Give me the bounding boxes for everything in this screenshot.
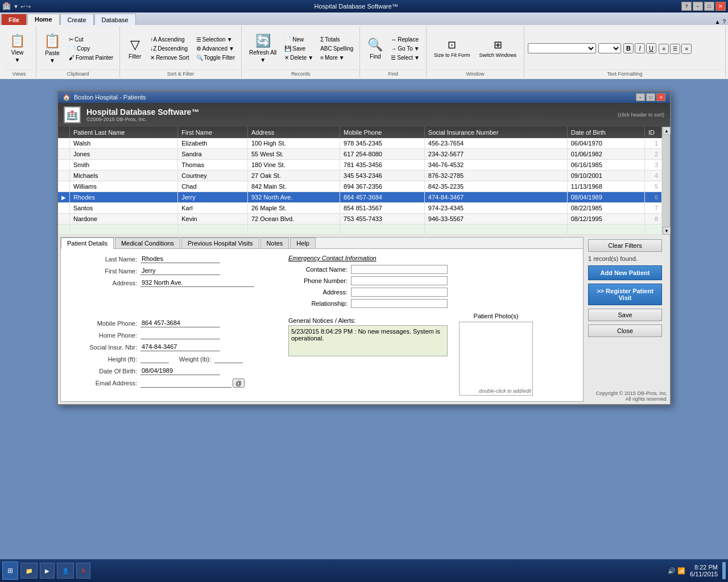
refresh-button[interactable]: 🔄 Refresh All ▼ [245,29,280,68]
paste-button[interactable]: 📋 Paste ▼ [40,29,65,68]
copy-button[interactable]: 📄 Copy [66,44,116,53]
tab-medical-conditions[interactable]: Medical Conditions [115,238,180,248]
spelling-button[interactable]: ABC Spelling [317,44,356,53]
tab-file[interactable]: File [1,14,27,25]
table-row[interactable]: Jones Sandra 55 West St. 617 254-8080 23… [58,149,662,160]
font-size-select[interactable] [598,43,621,53]
db-minimize-btn[interactable]: − [636,93,645,101]
table-row[interactable]: Williams Chad 842 Main St. 894 367-2356 … [58,181,662,192]
ribbon-expand[interactable]: ▲ [715,19,721,25]
close-form-button[interactable]: Close [588,325,662,337]
cut-button[interactable]: ✂ Cut [66,35,116,44]
taskbar-explorer[interactable]: 📁 [20,563,38,579]
contact-name-input[interactable] [351,265,448,274]
tab-database[interactable]: Database [94,14,136,25]
contact-address-input[interactable] [351,288,448,297]
close-btn[interactable]: ✕ [715,2,726,11]
table-row[interactable]: Nardone Kevin 72 Ocean Blvd. 753 455-743… [58,214,662,225]
last-name-row: Last Name: [67,255,277,263]
table-scrollbar[interactable]: ▲ ▼ [662,127,670,235]
underline-button[interactable]: U [646,43,656,53]
tab-home[interactable]: Home [27,14,60,25]
db-close-btn[interactable]: ✕ [656,93,665,101]
maximize-btn[interactable]: □ [704,2,714,11]
dob-input[interactable] [140,367,220,375]
email-at-button[interactable]: @ [233,379,245,388]
contact-phone-input[interactable] [351,276,448,285]
col-last-name[interactable]: Patient Last Name [70,127,178,138]
selection-button[interactable]: ☰ Selection ▼ [193,35,238,44]
contact-relationship-input[interactable] [351,299,448,308]
ribbon-help[interactable]: ? [722,19,726,25]
tab-help[interactable]: Help [290,238,316,248]
tab-patient-details[interactable]: Patient Details [61,238,114,249]
tab-create[interactable]: Create [60,14,94,25]
add-patient-button[interactable]: Add New Patient [588,265,662,280]
help-btn[interactable]: ? [681,2,692,11]
clear-filters-button[interactable]: Clear Filters [588,239,662,252]
remove-sort-button[interactable]: ✕ Remove Sort [147,53,192,62]
find-button[interactable]: 🔍 Find [363,29,387,68]
photo-area[interactable]: double-click to add/edit [459,322,533,396]
table-row[interactable]: Walsh Elizabeth 100 High St. 978 345-234… [58,138,662,149]
totals-button[interactable]: Σ Totals [317,35,356,44]
italic-button[interactable]: I [635,43,645,53]
scroll-down-btn[interactable]: ▼ [663,227,671,235]
table-row[interactable]: Santos Karl 26 Maple St. 854 851-3567 97… [58,203,662,214]
start-button[interactable]: ⊞ [2,562,18,580]
sin-input[interactable] [140,343,220,351]
switch-windows-button[interactable]: ⊞ Switch Windows [475,29,521,68]
col-first-name[interactable]: First Name [178,127,248,138]
new-record-button[interactable]: 📄 New [282,35,316,44]
table-row[interactable]: ▶ Rhodes Jerry 932 North Ave. 864 457-36… [58,192,662,203]
goto-button[interactable]: → Go To ▼ [388,44,423,53]
align-center-button[interactable]: ☰ [670,44,680,54]
height-input[interactable] [140,355,169,363]
filter-button[interactable]: ▽ Filter [123,29,146,68]
tab-previous-visits[interactable]: Previous Hospital Visits [181,238,259,248]
scroll-up-btn[interactable]: ▲ [663,127,671,135]
delete-record-button[interactable]: ✕ Delete ▼ [282,53,316,62]
db-maximize-btn[interactable]: □ [646,93,655,101]
toggle-filter-button[interactable]: 🔍 Toggle Filter [193,53,238,62]
mobile-input[interactable] [140,319,220,327]
save-form-button[interactable]: Save [588,309,662,321]
col-mobile[interactable]: Mobile Phone [340,127,425,138]
taskbar-user[interactable]: 👤 [57,563,74,579]
email-input[interactable] [140,379,231,388]
scroll-track[interactable] [663,135,670,227]
tab-notes[interactable]: Notes [260,238,289,248]
show-desktop[interactable] [722,562,726,579]
minimize-btn[interactable]: − [693,2,703,11]
home-phone-input[interactable] [140,331,220,339]
weight-input[interactable] [214,355,243,363]
replace-button[interactable]: ↔ Replace [388,35,423,44]
table-row[interactable]: Smith Thomas 180 Vine St. 781 435-3456 3… [58,160,662,171]
register-visit-button[interactable]: >> Register Patient Visit [588,284,662,305]
save-record-button[interactable]: 💾 Save [282,44,316,53]
view-button[interactable]: 📋 View ▼ [6,29,29,68]
size-fit-button[interactable]: ⊡ Size to Fit Form [430,29,474,68]
taskbar-media[interactable]: ▶ [40,563,55,579]
align-left-button[interactable]: ≡ [659,44,669,54]
font-family-select[interactable] [528,43,596,53]
col-address[interactable]: Address [247,127,340,138]
address-input[interactable] [140,278,254,287]
format-painter-button[interactable]: 🖌 Format Painter [66,53,116,62]
first-name-input[interactable] [140,267,220,275]
table-row[interactable]: Michaels Courtney 27 Oak St. 345 543-234… [58,171,662,181]
col-sin[interactable]: Social Insurance Number [424,127,567,138]
descending-button[interactable]: ↓Z Descending [147,44,192,53]
align-right-button[interactable]: ≡ [681,44,692,54]
cell-address: 26 Maple St. [247,203,340,214]
more-button[interactable]: ≡ More ▼ [317,53,356,62]
col-dob[interactable]: Date of Birth [567,127,644,138]
taskbar-access[interactable]: A [76,563,90,579]
ascending-button[interactable]: ↑A Ascending [147,35,192,44]
ribbon-group-text: B I U ≡ ☰ ≡ Text Formatting [524,26,726,78]
col-id[interactable]: ID [645,127,662,138]
advanced-button[interactable]: ⚙ Advanced ▼ [193,44,238,53]
last-name-input[interactable] [140,255,220,263]
select-button[interactable]: ☰ Select ▼ [388,53,423,62]
bold-button[interactable]: B [623,43,634,53]
